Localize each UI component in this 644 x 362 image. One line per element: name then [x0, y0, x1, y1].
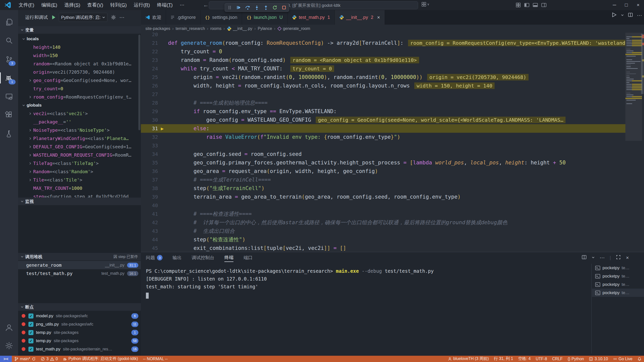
line-number[interactable]: 27 — [141, 91, 158, 97]
status-encoding[interactable]: UTF-8 — [533, 356, 549, 362]
breadcrumb-item[interactable]: __init__.py — [227, 26, 252, 31]
menu-文件(F)[interactable]: 文件(F) — [15, 0, 38, 10]
status-remote-indicator[interactable]: >< — [0, 356, 12, 362]
line-number[interactable]: 45 — [141, 245, 158, 251]
breadcrumb-item[interactable]: site-packages — [145, 26, 170, 31]
line-number[interactable]: 28 — [141, 100, 158, 106]
breadcrumb-item[interactable]: terrain_research — [176, 26, 205, 31]
status-python-version[interactable]: 3.10.10 — [586, 356, 610, 362]
grid-icon[interactable] — [514, 0, 522, 10]
start-debug-icon[interactable] — [51, 15, 56, 20]
menu-终端(T)[interactable]: 终端(T) — [153, 0, 176, 10]
stack-frame[interactable]: test/test_math.pytest_math.py16:1 — [18, 269, 141, 278]
variables-section-header[interactable]: 变量 — [18, 26, 141, 34]
editor-scrollbar[interactable] — [641, 34, 643, 94]
split-editor-icon[interactable] — [628, 12, 633, 18]
activity-account-icon[interactable] — [0, 321, 18, 335]
status-indentation[interactable]: 空格: 4 — [516, 356, 533, 362]
close-icon[interactable]: × — [626, 255, 629, 261]
line-number[interactable]: 32 — [141, 134, 158, 140]
breadcrumb-item[interactable]: generate_room — [277, 26, 310, 31]
activity-debug-icon[interactable]: 1 — [0, 71, 18, 85]
activity-remote-explorer-icon[interactable] — [0, 89, 18, 104]
variable-__package__[interactable]: __package__ = '' — [18, 118, 141, 126]
variable-height[interactable]: height = 140 — [18, 43, 141, 51]
variable-try_count[interactable]: try_count = 0 — [18, 84, 141, 93]
restart-icon[interactable] — [272, 4, 278, 11]
breakpoint-row[interactable]: ✓model.pysite-packages\wfc6 — [18, 312, 141, 320]
panel-tab-端口[interactable]: 端口 — [244, 255, 253, 262]
line-number[interactable]: 24 — [141, 66, 158, 72]
status-go-live[interactable]: Go Live — [611, 356, 635, 362]
variable-random[interactable]: random = <Random object at 0x1bf9d01e… — [18, 60, 141, 68]
terminal-list-item[interactable]: pocketpyte… — [592, 264, 644, 272]
variable-Random[interactable]: Random = <class 'Random'> — [18, 167, 141, 176]
line-number[interactable]: 35 — [141, 160, 158, 166]
line-number[interactable]: 36 — [141, 168, 158, 174]
breakpoint-checkbox[interactable]: ✓ — [28, 347, 33, 352]
variable-step[interactable]: step = <function step at 0x1bf9cd216d — [18, 192, 141, 198]
variable-geo_config[interactable]: geo_config = GeoConfig(seed=None, wor… — [18, 76, 141, 84]
variable-MAX_TRY_COUNT[interactable]: MAX_TRY_COUNT = 1000 — [18, 184, 141, 192]
chevron-down-icon[interactable] — [621, 13, 624, 18]
layout-sidebar-right-icon[interactable] — [540, 0, 548, 10]
line-number[interactable]: 23 — [141, 57, 158, 63]
layout-sidebar-left-icon[interactable] — [522, 0, 531, 10]
terminal-list-item[interactable]: pocketpyte… — [592, 280, 644, 289]
status-debug-session[interactable]: Python 调试程序: 启动文件 (godot-ldtk) — [60, 356, 141, 362]
grip-icon[interactable] — [226, 4, 233, 11]
line-number[interactable]: 29 — [141, 108, 158, 114]
debug-config-dropdown[interactable]: Python 调试程序: 启: — [59, 13, 107, 22]
new-window-icon[interactable]: ∨ — [422, 2, 429, 7]
variables-scrollbar[interactable] — [138, 35, 140, 130]
more-icon[interactable]: ⋯ — [637, 12, 642, 18]
line-number[interactable]: 39 — [141, 194, 158, 200]
stack-frame[interactable]: generate_room__init__.py31:1 — [18, 261, 141, 269]
menu-转到(G)[interactable]: 转到(G) — [107, 0, 130, 10]
layout-panel-icon[interactable] — [531, 0, 540, 10]
variable-WASTELAND_ROOM_REQUEST_CONFIG[interactable]: WASTELAND_ROOM_REQUEST_CONFIG = RoomR… — [18, 151, 141, 159]
activity-search-icon[interactable] — [0, 34, 18, 48]
watch-section-header[interactable]: 监视 — [18, 198, 141, 205]
status-problems[interactable]: 30 — [38, 356, 60, 362]
terminal-list-item[interactable]: pocketpyte… — [592, 272, 644, 280]
tab-__init__.py[interactable]: __init__.py2× — [335, 10, 385, 25]
status-eol[interactable]: CRLF — [550, 356, 565, 362]
panel-tab-终端[interactable]: 终端 — [224, 254, 233, 262]
status-git-branch[interactable]: main* — [12, 356, 38, 362]
variable-PlanetaryWindConfig[interactable]: PlanetaryWindConfig = <class 'Planeta… — [18, 134, 141, 143]
line-number[interactable]: 41 — [141, 211, 158, 217]
line-number[interactable]: 42 — [141, 219, 158, 225]
call-stack-section-header[interactable]: 调用堆栈 因 step 已暂停 — [18, 253, 141, 260]
menu-⋯[interactable]: ⋯ — [176, 0, 188, 10]
step-into-icon[interactable] — [254, 4, 260, 11]
breakpoint-row[interactable]: ✓png_utils.pysite-packages\wfc11 — [18, 320, 141, 328]
variable-room_config[interactable]: room_config = RoomRequestConfig(env_t… — [18, 93, 141, 101]
variable-width[interactable]: width = 150 — [18, 51, 141, 60]
back-icon[interactable]: ← — [203, 2, 209, 8]
split-panel-icon[interactable] — [582, 255, 587, 261]
variable-NoiseType[interactable]: NoiseType = <class 'NoiseType'> — [18, 126, 141, 134]
scope-locals[interactable]: locals — [18, 35, 141, 43]
breakpoint-row[interactable]: ✓temp.pysite-packages58 — [18, 337, 141, 345]
line-number[interactable]: 34 — [141, 151, 158, 157]
step-out-icon[interactable] — [263, 4, 269, 11]
more-actions-icon[interactable]: ⋯ — [119, 14, 125, 20]
breakpoint-row[interactable]: ✓temp.pysite-packages1 — [18, 328, 141, 337]
tab-.gdignore[interactable]: .gdignore — [166, 10, 200, 25]
activity-extensions-icon[interactable] — [0, 108, 18, 122]
menu-选择(S)[interactable]: 选择(S) — [61, 0, 84, 10]
line-number[interactable]: 43 — [141, 228, 158, 234]
tab-欢迎[interactable]: 欢迎 — [141, 10, 166, 25]
close-button[interactable]: × — [632, 0, 644, 10]
breakpoint-checkbox[interactable]: ✓ — [28, 338, 33, 343]
line-number[interactable]: 20 — [141, 33, 158, 37]
more-icon[interactable]: ⋯ — [600, 255, 605, 261]
run-icon[interactable] — [611, 12, 617, 19]
activity-testing-icon[interactable] — [0, 127, 18, 141]
breadcrumb[interactable]: site-packages›terrain_research›rooms›__i… — [141, 25, 644, 33]
breakpoints-section-header[interactable]: 断点 — [18, 303, 141, 311]
line-number[interactable]: 30 — [141, 117, 158, 123]
breakpoint-checkbox[interactable]: ✓ — [28, 313, 33, 319]
line-number[interactable]: 38 — [141, 185, 158, 191]
